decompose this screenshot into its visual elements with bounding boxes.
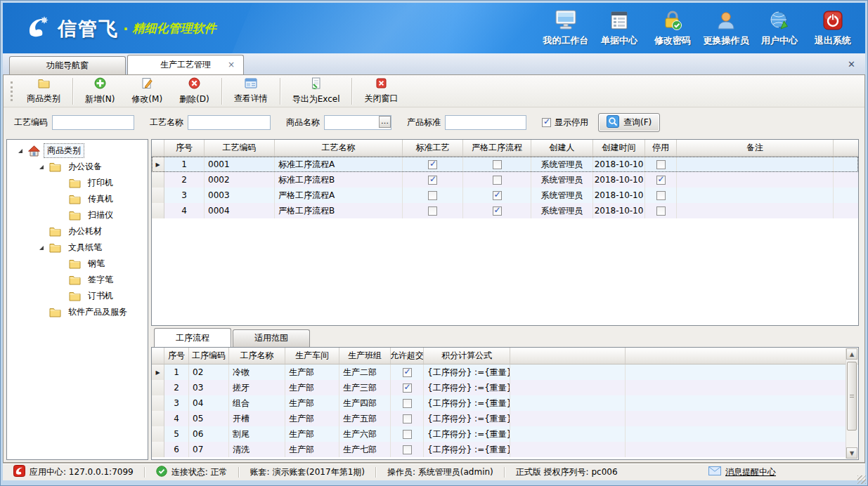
detail-tab-process-flow[interactable]: 工序流程 bbox=[154, 328, 231, 347]
disabled-checkbox[interactable] bbox=[656, 191, 666, 200]
modify-button[interactable]: 修改(M) bbox=[123, 77, 171, 106]
tree-node[interactable]: 办公设备 bbox=[7, 159, 148, 175]
step-grid-column-name[interactable]: 工序名称 bbox=[229, 348, 285, 364]
process-grid-column-creator[interactable]: 创建人 bbox=[531, 140, 593, 156]
row-selector[interactable]: ▶ bbox=[152, 364, 164, 380]
row-selector[interactable] bbox=[152, 380, 164, 395]
tree-node[interactable]: 传真机 bbox=[7, 191, 148, 207]
close-window-button[interactable]: 关闭窗口 bbox=[356, 77, 406, 106]
overdeliver-checkbox[interactable] bbox=[403, 399, 412, 408]
tabstrip-close-icon[interactable]: ✕ bbox=[848, 59, 855, 70]
tab-process-management[interactable]: 生产工艺管理× bbox=[127, 55, 244, 74]
overdeliver-checkbox[interactable] bbox=[403, 430, 412, 439]
tree-node[interactable]: 扫描仪 bbox=[7, 207, 148, 223]
process-grid-row[interactable]: 40004严格工序流程B系统管理员2018-10-10 bbox=[152, 203, 858, 218]
disabled-checkbox[interactable] bbox=[656, 160, 666, 169]
process-grid-column-remark[interactable]: 备注 bbox=[677, 140, 834, 156]
process-name-input[interactable] bbox=[188, 115, 271, 130]
step-grid-column-team[interactable]: 生产班组 bbox=[339, 348, 391, 364]
row-selector[interactable] bbox=[152, 442, 164, 457]
row-selector[interactable] bbox=[152, 188, 164, 203]
toolbar-grip-handle[interactable] bbox=[11, 81, 13, 101]
strict-checkbox[interactable] bbox=[493, 176, 502, 185]
header-nav-workbench[interactable]: 我的工作台 bbox=[539, 8, 592, 48]
strict-checkbox[interactable] bbox=[493, 206, 502, 216]
product-name-lookup-button[interactable]: … bbox=[379, 116, 391, 128]
product-category-button[interactable]: 商品类别 bbox=[18, 77, 69, 106]
step-grid-column-code[interactable]: 工序编码 bbox=[189, 348, 229, 364]
header-nav-user-center[interactable]: 用户中心 bbox=[753, 8, 806, 48]
delete-button[interactable]: 删除(D) bbox=[171, 77, 218, 106]
disabled-checkbox[interactable] bbox=[656, 176, 666, 185]
step-grid-row[interactable]: ▶102冷镦生产部生产二部{工序得分} :={重量} bbox=[152, 364, 858, 380]
row-selector[interactable] bbox=[152, 395, 164, 411]
process-grid-row[interactable]: 30003严格工序流程A系统管理员2018-10-10 bbox=[152, 188, 858, 203]
product-standard-input[interactable] bbox=[445, 115, 526, 130]
process-grid-column-name[interactable]: 工艺名称 bbox=[275, 140, 403, 156]
tree-node[interactable]: 办公耗材 bbox=[7, 223, 148, 239]
row-selector[interactable] bbox=[152, 426, 164, 442]
vertical-scrollbar[interactable]: ▲▼ bbox=[846, 348, 857, 459]
show-disabled-checkbox[interactable] bbox=[542, 118, 551, 127]
tree-expander-icon[interactable] bbox=[18, 149, 22, 153]
scrollbar-thumb[interactable] bbox=[847, 362, 857, 431]
row-selector[interactable] bbox=[152, 203, 164, 218]
standard-checkbox[interactable] bbox=[428, 191, 437, 200]
status-message-center-text[interactable]: 消息提醒中心 bbox=[725, 466, 776, 478]
tree-node[interactable]: 打印机 bbox=[7, 175, 148, 191]
process-grid-column-disabled[interactable]: 停用 bbox=[645, 140, 677, 156]
standard-checkbox[interactable] bbox=[428, 160, 437, 169]
process-code-input[interactable] bbox=[52, 115, 134, 130]
step-grid-row[interactable]: 405开槽生产部生产五部{工序得分} :={重量} bbox=[152, 411, 858, 426]
strict-checkbox[interactable] bbox=[493, 160, 502, 169]
window-resize-grip[interactable] bbox=[857, 475, 866, 484]
tree-expander-icon[interactable] bbox=[39, 165, 44, 169]
view-details-button[interactable]: 查看详情 bbox=[226, 77, 276, 106]
row-selector[interactable] bbox=[152, 411, 164, 426]
add-button[interactable]: 新增(N) bbox=[77, 77, 123, 106]
process-grid-column-code[interactable]: 工艺编码 bbox=[205, 140, 275, 156]
header-nav-switch-operator[interactable]: 更换操作员 bbox=[699, 8, 753, 48]
overdeliver-checkbox[interactable] bbox=[403, 414, 412, 423]
header-nav-change-password[interactable]: 修改密码 bbox=[646, 8, 699, 48]
standard-checkbox[interactable] bbox=[428, 176, 437, 185]
scroll-up-icon[interactable]: ▲ bbox=[846, 348, 857, 360]
process-grid-column-standard[interactable]: 标准工艺 bbox=[403, 140, 463, 156]
detail-tab-applicable-scope[interactable]: 适用范围 bbox=[233, 329, 310, 347]
tab-close-icon[interactable]: × bbox=[228, 55, 235, 74]
overdeliver-checkbox[interactable] bbox=[403, 368, 412, 377]
tree-node[interactable]: 签字笔 bbox=[7, 272, 148, 288]
header-nav-document-center[interactable]: 单据中心 bbox=[592, 8, 646, 48]
process-grid-row[interactable]: 20002标准工序流程B系统管理员2018-10-10 bbox=[152, 172, 858, 188]
step-grid-row[interactable]: 304组合生产部生产四部{工序得分} :={重量} bbox=[152, 395, 858, 411]
overdeliver-checkbox[interactable] bbox=[403, 445, 412, 454]
row-selector[interactable] bbox=[152, 172, 164, 188]
header-nav-exit-system[interactable]: 退出系统 bbox=[806, 8, 860, 48]
tree-node[interactable]: 商品类别 bbox=[7, 143, 148, 159]
step-grid-column-filler[interactable] bbox=[510, 348, 626, 364]
process-grid-row[interactable]: ▶10001标准工序流程A系统管理员2018-10-10 bbox=[152, 157, 858, 172]
step-grid-row[interactable]: 506割尾生产部生产六部{工序得分} :={重量} bbox=[152, 426, 858, 442]
scroll-down-icon[interactable]: ▼ bbox=[846, 447, 857, 459]
step-grid-column-seq[interactable]: 序号 bbox=[164, 348, 189, 364]
row-selector[interactable]: ▶ bbox=[152, 157, 164, 172]
step-grid-row[interactable]: 203搓牙生产部生产三部{工序得分} :={重量} bbox=[152, 380, 858, 395]
process-grid-column-created[interactable]: 创建时间 bbox=[593, 140, 645, 156]
search-button[interactable]: 查询(F) bbox=[598, 113, 660, 132]
tree-expander-icon[interactable] bbox=[39, 246, 44, 250]
tree-node[interactable]: 订书机 bbox=[7, 288, 148, 304]
status-message-center[interactable]: 消息提醒中心 bbox=[698, 466, 786, 478]
step-grid-column-workshop[interactable]: 生产车间 bbox=[285, 348, 339, 364]
tab-nav-window[interactable]: 功能导航窗 bbox=[9, 56, 126, 74]
strict-checkbox[interactable] bbox=[493, 191, 502, 200]
process-grid-column-strict[interactable]: 严格工序流程 bbox=[463, 140, 531, 156]
tree-node[interactable]: 软件产品及服务 bbox=[7, 304, 148, 320]
tree-node[interactable]: 文具纸笔 bbox=[7, 239, 148, 256]
step-grid-column-overdeliver[interactable]: 允许超交 bbox=[391, 348, 424, 364]
step-grid-row[interactable]: 607清洗生产部生产七部{工序得分} :={重量} bbox=[152, 442, 858, 457]
show-disabled-toggle[interactable]: 显示停用 bbox=[542, 117, 588, 129]
standard-checkbox[interactable] bbox=[428, 206, 437, 216]
process-grid-column-seq[interactable]: 序号 bbox=[164, 140, 205, 156]
export-excel-button[interactable]: 导出为Excel bbox=[284, 77, 349, 106]
disabled-checkbox[interactable] bbox=[656, 206, 666, 216]
